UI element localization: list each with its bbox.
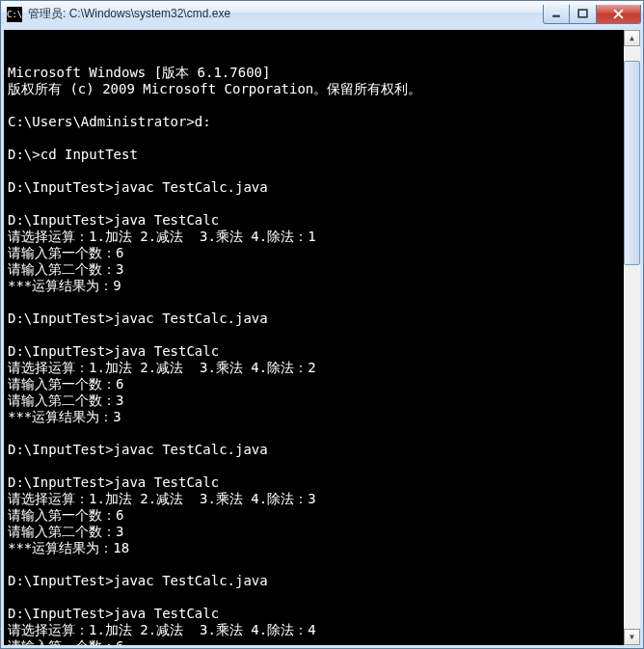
minimize-button[interactable] <box>543 5 570 24</box>
cmd-icon: C:\. <box>7 7 22 22</box>
terminal-line <box>8 327 636 343</box>
terminal-line <box>8 130 636 147</box>
terminal-line: D:\InputTest>javac TestCalc.java <box>8 442 636 458</box>
scroll-track[interactable] <box>624 46 640 629</box>
terminal-line <box>8 97 636 114</box>
window-controls <box>543 5 641 24</box>
terminal-line: 请选择运算：1.加法 2.减法 3.乘法 4.除法：1 <box>8 229 636 245</box>
terminal-line: D:\InputTest>java TestCalc <box>8 606 636 622</box>
terminal-line: 版权所有 (c) 2009 Microsoft Corporation。保留所有… <box>8 81 636 97</box>
terminal-line: 请输入第一个数：6 <box>8 376 636 392</box>
terminal-line: 请选择运算：1.加法 2.减法 3.乘法 4.除法：3 <box>8 491 636 507</box>
terminal-line: D:\InputTest>javac TestCalc.java <box>8 311 636 327</box>
scroll-thumb[interactable] <box>624 61 640 265</box>
terminal-line <box>8 589 636 606</box>
maximize-button[interactable] <box>570 5 597 24</box>
terminal-line: Microsoft Windows [版本 6.1.7600] <box>8 65 636 81</box>
terminal-line: 请输入第一个数：6 <box>8 507 636 524</box>
terminal-line: D:\InputTest>javac TestCalc.java <box>8 573 636 589</box>
terminal-line: D:\InputTest>java TestCalc <box>8 212 636 229</box>
close-button[interactable] <box>597 5 641 24</box>
terminal-line: 请选择运算：1.加法 2.减法 3.乘法 4.除法：2 <box>8 360 636 376</box>
terminal-line: D:\InputTest>javac TestCalc.java <box>8 179 636 196</box>
vertical-scrollbar[interactable]: ▲ ▼ <box>624 30 640 645</box>
terminal-line <box>8 425 636 442</box>
terminal-text: Microsoft Windows [版本 6.1.7600]版权所有 (c) … <box>8 65 636 645</box>
scroll-up-arrow-icon[interactable]: ▲ <box>624 30 640 46</box>
terminal-line <box>8 163 636 179</box>
terminal-line <box>8 458 636 474</box>
terminal-line: 请输入第一个数：6 <box>8 245 636 261</box>
terminal-line: D:\InputTest>java TestCalc <box>8 343 636 360</box>
terminal-line: ***运算结果为：9 <box>8 278 636 294</box>
terminal-line: ***运算结果为：3 <box>8 409 636 425</box>
window-titlebar[interactable]: C:\. 管理员: C:\Windows\system32\cmd.exe <box>0 0 644 27</box>
window-title: 管理员: C:\Windows\system32\cmd.exe <box>28 6 543 22</box>
terminal-line: 请输入第二个数：3 <box>8 261 636 278</box>
terminal-line: C:\Users\Administrator>d: <box>8 114 636 130</box>
window-client-area: Microsoft Windows [版本 6.1.7600]版权所有 (c) … <box>0 27 644 649</box>
terminal-line: D:\>cd InputTest <box>8 147 636 163</box>
terminal-line: 请输入第二个数：3 <box>8 392 636 409</box>
terminal-line: D:\InputTest>java TestCalc <box>8 474 636 491</box>
terminal-line: ***运算结果为：18 <box>8 540 636 556</box>
terminal-line: 请输入第二个数：3 <box>8 524 636 540</box>
scroll-down-arrow-icon[interactable]: ▼ <box>624 629 640 645</box>
svg-rect-1 <box>578 10 587 17</box>
terminal-line <box>8 196 636 212</box>
terminal-line <box>8 556 636 573</box>
terminal-line: 请输入第一个数：6 <box>8 638 636 645</box>
terminal-line: 请选择运算：1.加法 2.减法 3.乘法 4.除法：4 <box>8 622 636 638</box>
terminal-output[interactable]: Microsoft Windows [版本 6.1.7600]版权所有 (c) … <box>4 30 640 645</box>
terminal-line <box>8 294 636 311</box>
